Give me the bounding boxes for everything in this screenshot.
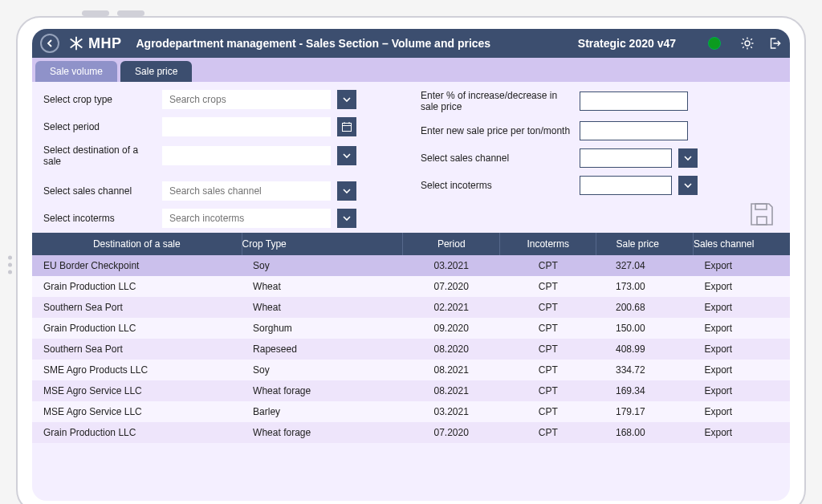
crop-type-input[interactable] <box>162 90 331 109</box>
table-row[interactable]: Grain Production LLCWheat forage07.2020C… <box>32 422 790 443</box>
cell-period: 03.2021 <box>403 255 500 276</box>
cell-incoterms: CPT <box>499 276 596 297</box>
back-button[interactable] <box>40 34 59 53</box>
col-incoterms[interactable]: Incoterms <box>499 233 596 255</box>
app-topbar: MHP Agrodepartment management - Sales Se… <box>32 29 790 58</box>
crop-type-dropdown-button[interactable] <box>337 90 356 109</box>
cell-destination: Southern Sea Port <box>32 339 242 360</box>
new-price-input[interactable] <box>580 121 688 140</box>
cell-crop: Sorghum <box>242 318 403 339</box>
logout-icon[interactable] <box>767 36 782 51</box>
cell-crop: Rapeseed <box>242 339 403 360</box>
destination-input[interactable] <box>162 146 331 165</box>
table-row[interactable]: Grain Production LLCSorghum09.2020CPT150… <box>32 318 790 339</box>
page-title: Agrodepartment management - Sales Sectio… <box>136 37 491 50</box>
cell-destination: EU Border Checkpoint <box>32 255 242 276</box>
incoterms-dropdown-button-right[interactable] <box>678 176 698 195</box>
cell-channel: Export <box>693 401 790 422</box>
windmill-icon <box>67 35 85 52</box>
cell-destination: Grain Production LLC <box>32 422 242 443</box>
percent-change-input[interactable] <box>580 91 688 111</box>
cell-crop: Wheat <box>242 276 403 297</box>
cell-channel: Export <box>693 360 790 380</box>
chevron-down-icon <box>683 153 693 163</box>
calendar-icon <box>341 121 352 132</box>
table-row[interactable]: MSE Agro Service LLCWheat forage08.2021C… <box>32 380 790 401</box>
cell-price: 200.68 <box>596 297 694 318</box>
period-calendar-button[interactable] <box>337 117 356 136</box>
cell-destination: SME Agro Products LLC <box>32 360 242 380</box>
percent-change-label: Enter % of increase/decrease in sale pri… <box>421 90 573 113</box>
cell-period: 08.2021 <box>403 380 500 401</box>
tab-sale-volume[interactable]: Sale volume <box>35 61 117 82</box>
cell-channel: Export <box>693 318 790 339</box>
cell-channel: Export <box>693 380 790 401</box>
table-row[interactable]: MSE Agro Service LLCBarley03.2021CPT179.… <box>32 401 790 422</box>
chevron-down-icon <box>342 186 352 196</box>
cell-destination: MSE Agro Service LLC <box>32 380 242 401</box>
cell-price: 169.34 <box>596 380 694 401</box>
cell-channel: Export <box>693 276 790 297</box>
cell-crop: Soy <box>242 255 403 276</box>
table-row[interactable]: SME Agro Products LLCSoy08.2021CPT334.72… <box>32 360 790 380</box>
cell-crop: Barley <box>242 401 403 422</box>
col-sale-price[interactable]: Sale price <box>596 233 694 255</box>
save-icon[interactable] <box>748 201 775 228</box>
settings-icon[interactable] <box>740 36 755 51</box>
incoterms-input[interactable] <box>162 209 331 228</box>
cell-period: 08.2020 <box>403 339 500 360</box>
col-crop-type[interactable]: Crop Type <box>242 233 403 255</box>
cell-period: 07.2020 <box>403 422 500 443</box>
cell-period: 08.2021 <box>403 360 500 380</box>
period-input[interactable] <box>162 117 331 136</box>
table-row[interactable]: Grain Production LLCWheat07.2020CPT173.0… <box>32 276 790 297</box>
cell-period: 03.2021 <box>403 401 500 422</box>
sales-channel-input[interactable] <box>162 181 331 201</box>
cell-price: 179.17 <box>596 401 694 422</box>
cell-channel: Export <box>693 422 790 443</box>
crop-type-label: Select crop type <box>43 94 156 105</box>
col-destination[interactable]: Destination of a sale <box>32 233 242 255</box>
svg-rect-7 <box>757 217 767 225</box>
cell-period: 02.2021 <box>403 297 500 318</box>
incoterms-label-right: Select incoterms <box>421 180 573 191</box>
svg-rect-8 <box>755 204 767 209</box>
incoterms-input-right[interactable] <box>580 176 672 195</box>
cell-destination: MSE Agro Service LLC <box>32 401 242 422</box>
cell-price: 173.00 <box>596 276 694 297</box>
col-period[interactable]: Period <box>403 233 500 255</box>
destination-dropdown-button[interactable] <box>337 146 356 165</box>
connection-status-indicator <box>708 37 721 50</box>
cell-crop: Wheat <box>242 297 403 318</box>
chevron-down-icon <box>342 151 352 161</box>
incoterms-label: Select incoterms <box>43 213 156 224</box>
col-sales-channel[interactable]: Sales channel <box>693 233 790 255</box>
chevron-down-icon <box>342 95 352 104</box>
brand-logo: MHP <box>67 35 122 52</box>
sales-channel-label: Select sales channel <box>43 185 156 197</box>
tabs-row: Sale volume Sale price <box>32 58 790 82</box>
cell-incoterms: CPT <box>499 339 596 360</box>
svg-rect-3 <box>343 124 352 132</box>
tab-sale-price[interactable]: Sale price <box>120 61 192 82</box>
incoterms-dropdown-button[interactable] <box>337 209 356 228</box>
sales-channel-label-right: Select sales channel <box>421 152 573 164</box>
cell-crop: Soy <box>242 360 403 380</box>
sales-channel-dropdown-button-right[interactable] <box>678 148 698 168</box>
cell-period: 09.2020 <box>403 318 500 339</box>
destination-label: Select destination of a sale <box>43 144 156 167</box>
cell-price: 168.00 <box>596 422 694 443</box>
cell-destination: Southern Sea Port <box>32 297 242 318</box>
table-row[interactable]: Southern Sea PortWheat02.2021CPT200.68Ex… <box>32 297 790 318</box>
sales-channel-input-right[interactable] <box>580 148 672 168</box>
cell-incoterms: CPT <box>499 401 596 422</box>
sales-channel-dropdown-button[interactable] <box>337 181 356 201</box>
period-label: Select period <box>43 121 156 132</box>
chevron-down-icon <box>683 181 693 190</box>
cell-period: 07.2020 <box>403 276 500 297</box>
table-row[interactable]: Southern Sea PortRapeseed08.2020CPT408.9… <box>32 339 790 360</box>
cell-destination: Grain Production LLC <box>32 318 242 339</box>
table-row[interactable]: EU Border CheckpointSoy03.2021CPT327.04E… <box>32 255 790 276</box>
version-label: Strategic 2020 v47 <box>578 37 676 50</box>
cell-incoterms: CPT <box>499 318 596 339</box>
